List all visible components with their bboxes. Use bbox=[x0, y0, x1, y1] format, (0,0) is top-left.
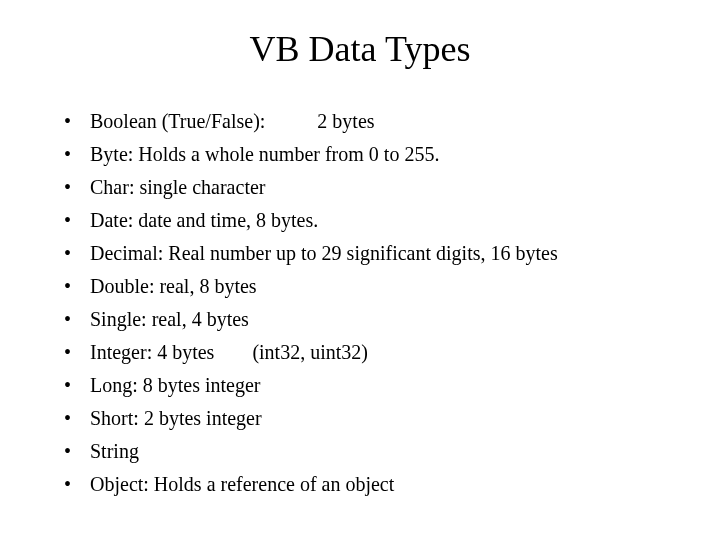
item-text: Double: real, 8 bytes bbox=[90, 273, 680, 300]
item-post: (int32, uint32) bbox=[252, 341, 368, 363]
item-text: Object: Holds a reference of an object bbox=[90, 471, 680, 498]
item-pre: Short: 2 bytes integer bbox=[90, 407, 262, 429]
list-item: •Date: date and time, 8 bytes. bbox=[60, 207, 680, 234]
item-text: Short: 2 bytes integer bbox=[90, 405, 680, 432]
bullet-icon: • bbox=[60, 108, 90, 135]
bullet-icon: • bbox=[60, 405, 90, 432]
bullet-icon: • bbox=[60, 372, 90, 399]
item-text: Char: single character bbox=[90, 174, 680, 201]
list-item: •Boolean (True/False):2 bytes bbox=[60, 108, 680, 135]
item-pre: Object: Holds a reference of an object bbox=[90, 473, 394, 495]
bullet-icon: • bbox=[60, 141, 90, 168]
item-pre: Double: real, 8 bytes bbox=[90, 275, 257, 297]
bullet-icon: • bbox=[60, 240, 90, 267]
list-item: •Double: real, 8 bytes bbox=[60, 273, 680, 300]
list-item: •Single: real, 4 bytes bbox=[60, 306, 680, 333]
item-pre: Integer: 4 bytes bbox=[90, 341, 214, 363]
item-text: String bbox=[90, 438, 680, 465]
item-pre: Char: single character bbox=[90, 176, 265, 198]
item-pre: Single: real, 4 bytes bbox=[90, 308, 249, 330]
list-item: •Char: single character bbox=[60, 174, 680, 201]
item-pre: Decimal: Real number up to 29 significan… bbox=[90, 242, 558, 264]
bullet-icon: • bbox=[60, 174, 90, 201]
item-text: Date: date and time, 8 bytes. bbox=[90, 207, 680, 234]
item-text: Single: real, 4 bytes bbox=[90, 306, 680, 333]
list-item: •Decimal: Real number up to 29 significa… bbox=[60, 240, 680, 267]
list-item: •Integer: 4 bytes(int32, uint32) bbox=[60, 339, 680, 366]
list-item: •Short: 2 bytes integer bbox=[60, 405, 680, 432]
item-pre: Long: 8 bytes integer bbox=[90, 374, 261, 396]
list-item: •Object: Holds a reference of an object bbox=[60, 471, 680, 498]
item-text: Decimal: Real number up to 29 significan… bbox=[90, 240, 680, 267]
item-pre: Date: date and time, 8 bytes. bbox=[90, 209, 318, 231]
list-item: •Long: 8 bytes integer bbox=[60, 372, 680, 399]
item-pre: Boolean (True/False): bbox=[90, 110, 265, 132]
item-text: Byte: Holds a whole number from 0 to 255… bbox=[90, 141, 680, 168]
bullet-icon: • bbox=[60, 339, 90, 366]
item-pre: Byte: Holds a whole number from 0 to 255… bbox=[90, 143, 439, 165]
bullet-icon: • bbox=[60, 207, 90, 234]
item-text: Long: 8 bytes integer bbox=[90, 372, 680, 399]
bullet-list: •Boolean (True/False):2 bytes•Byte: Hold… bbox=[40, 108, 680, 498]
item-text: Boolean (True/False):2 bytes bbox=[90, 108, 680, 135]
bullet-icon: • bbox=[60, 306, 90, 333]
bullet-icon: • bbox=[60, 438, 90, 465]
item-post: 2 bytes bbox=[317, 110, 374, 132]
item-pre: String bbox=[90, 440, 139, 462]
list-item: •String bbox=[60, 438, 680, 465]
item-text: Integer: 4 bytes(int32, uint32) bbox=[90, 339, 680, 366]
page-title: VB Data Types bbox=[40, 28, 680, 70]
list-item: •Byte: Holds a whole number from 0 to 25… bbox=[60, 141, 680, 168]
bullet-icon: • bbox=[60, 273, 90, 300]
bullet-icon: • bbox=[60, 471, 90, 498]
